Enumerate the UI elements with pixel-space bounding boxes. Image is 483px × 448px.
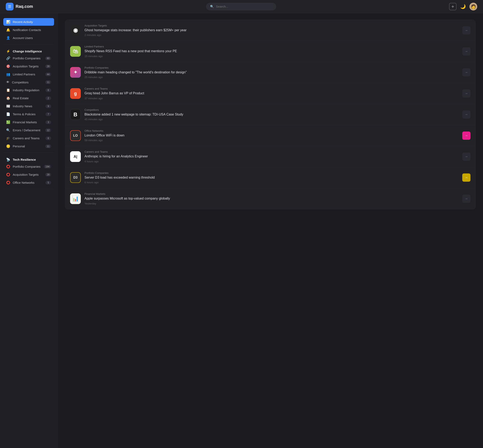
activity-item-item-2[interactable]: 🛍 Limited Partners Shopify News RSS Feed… [65,41,475,62]
icon-limited-partners: 👥 [6,72,10,76]
arrow-btn-item-3[interactable]: → [462,68,470,76]
item-content-item-8: Portfolio Companies Server D3 load has e… [84,171,459,184]
badge-industry-regulation: 6 [45,88,51,92]
item-title-item-5: Blackstone added 1 new webpage to sitema… [84,112,459,117]
activity-item-item-1[interactable]: ◉ Acquisition Targets Ghost homepage sta… [65,20,475,41]
label-portfolio-companies-2: Portfolio Companies [13,165,41,168]
badge-office-networks: 5 [45,181,51,184]
item-logo-item-1: ◉ [70,25,81,36]
label-terms-policies: Terms & Policies [13,112,43,116]
sidebar-sections: ⚡ Change Intelligence 🔗 Portfolio Compan… [3,47,54,189]
item-content-item-1: Acquisition Targets Ghost homepage stats… [84,24,459,37]
badge-personal: 11 [45,144,51,148]
sidebar-item-errors-defacement[interactable]: 🔍 Errors / Defacement 12 [3,126,54,134]
activity-item-item-4[interactable]: g Careers and Teams Groq hired John Barr… [65,83,475,104]
item-time-item-8: 6 hours ago [84,181,459,184]
arrow-btn-item-2[interactable]: → [462,47,470,56]
section-icon-change-intelligence: ⚡ [6,49,10,53]
item-logo-item-6: LO [70,130,81,141]
arrow-btn-item-9[interactable]: → [462,195,470,203]
sidebar-item-competitors[interactable]: 👁 Competitors 11 [3,79,54,86]
badge-competitors: 11 [45,80,51,84]
item-title-item-1: Ghost homepage stats increase: their pub… [84,28,459,32]
sidebar-item-portfolio-companies-2[interactable]: ⭕ Portfolio Companies 194 [3,163,54,170]
item-title-item-7: Anthropic is hiring for an Analytics Eng… [84,154,459,159]
label-real-estate: Real Estate [13,96,43,100]
sidebar-divider [3,44,54,44]
activity-item-item-3[interactable]: ✦ Portfolio Companies Dribbble main head… [65,62,475,83]
badge-acquisition-targets: 28 [45,64,51,68]
sidebar-item-personal[interactable]: 🪙 Personal 11 [3,142,54,150]
sidebar-item-acquisition-targets[interactable]: 🎯 Acquisition Targets 28 [3,63,54,70]
dark-mode-button[interactable]: 🌙 [460,4,466,9]
sidebar-item-industry-news[interactable]: 📰 Industry News 9 [3,102,54,110]
sidebar-top: 📊 Recent Activity 🔔 Notification Contact… [3,18,54,42]
sidebar-item-real-estate[interactable]: 🏠 Real Estate 2 [3,94,54,102]
sidebar-item-account-users[interactable]: 👤 Account Users [3,34,54,42]
badge-portfolio-companies-2: 194 [44,165,51,168]
header-actions: + 🌙 🧑 [449,3,477,10]
arrow-btn-item-1[interactable]: → [462,26,470,34]
sidebar-item-careers-teams[interactable]: 🎓 Careers and Teams 6 [3,134,54,142]
sidebar-item-recent-activity[interactable]: 📊 Recent Activity [3,18,54,26]
item-time-item-7: 4 hours ago [84,160,459,163]
icon-personal: 🪙 [6,144,10,148]
add-button[interactable]: + [449,3,457,10]
item-content-item-5: Competitors Blackstone added 1 new webpa… [84,108,459,121]
sidebar-item-acquisition-targets-2[interactable]: ⭕ Acquisition Targets 28 [3,171,54,178]
label-acquisition-targets: Acquisition Targets [13,64,43,68]
item-logo-item-2: 🛍 [70,46,81,57]
icon-industry-news: 📰 [6,104,10,108]
sidebar-item-office-networks[interactable]: ⭕ Office Networks 5 [3,179,54,186]
item-time-item-5: 45 minutes ago [84,118,459,121]
arrow-btn-item-7[interactable]: → [462,152,470,161]
sidebar-item-limited-partners[interactable]: 👥 Limited Partners 44 [3,71,54,78]
sidebar-item-portfolio-companies[interactable]: 🔗 Portfolio Companies 80 [3,55,54,62]
item-content-item-2: Limited Partners Shopify News RSS Feed h… [84,45,459,57]
arrow-btn-item-8[interactable]: → [462,173,470,182]
item-logo-item-5: B [70,109,81,120]
avatar[interactable]: 🧑 [469,3,477,10]
section-title-tech-resilience: Tech Resilience [13,158,36,161]
item-category-item-9: Financial Markets [84,192,459,195]
item-category-item-6: Office Networks [84,129,459,132]
activity-item-item-9[interactable]: 📊 Financial Markets Apple surpasses Micr… [65,188,475,209]
item-time-item-9: Yesterday [84,202,459,205]
item-time-item-3: 25 minutes ago [84,76,459,79]
label-account-users: Account Users [13,36,51,40]
sidebar-item-industry-regulation[interactable]: 📋 Industry Regulation 6 [3,86,54,94]
arrow-btn-item-6[interactable]: → [462,132,470,140]
section-header-tech-resilience: 📡 Tech Resilience [3,155,54,163]
activity-list: ◉ Acquisition Targets Ghost homepage sta… [65,20,475,209]
icon-acquisition-targets-2: ⭕ [6,173,10,176]
item-title-item-2: Shopify News RSS Feed has a new post tha… [84,49,459,53]
activity-item-item-8[interactable]: D3 Portfolio Companies Server D3 load ha… [65,167,475,188]
sidebar-item-notification-contacts[interactable]: 🔔 Notification Contacts [3,26,54,34]
section-header-change-intelligence: ⚡ Change Intelligence [3,47,54,55]
label-portfolio-companies: Portfolio Companies [13,56,43,60]
item-category-item-3: Portfolio Companies [84,66,459,69]
label-office-networks: Office Networks [13,181,43,184]
badge-terms-policies: 7 [45,112,51,116]
badge-industry-news: 9 [45,104,51,108]
icon-careers-teams: 🎓 [6,136,10,140]
layout: 📊 Recent Activity 🔔 Notification Contact… [0,13,483,448]
header: ☰ Raq.com 🔍 + 🌙 🧑 [0,0,483,13]
sidebar-item-terms-policies[interactable]: 📄 Terms & Policies 7 [3,110,54,118]
item-category-item-1: Acquisition Targets [84,24,459,27]
sidebar-item-financial-markets[interactable]: 💹 Financial Markets 3 [3,118,54,126]
arrow-btn-item-5[interactable]: → [462,110,470,119]
icon-portfolio-companies: 🔗 [6,56,10,60]
badge-careers-teams: 6 [45,136,51,140]
activity-item-item-6[interactable]: LO Office Networks London Office WiFi is… [65,125,475,146]
arrow-btn-item-4[interactable]: → [462,89,470,98]
activity-item-item-7[interactable]: A| Careers and Teams Anthropic is hiring… [65,146,475,167]
label-competitors: Competitors [12,80,43,84]
icon-notification-contacts: 🔔 [6,28,10,32]
search-input[interactable] [216,5,272,8]
logo-area: ☰ Raq.com [6,3,33,10]
activity-item-item-5[interactable]: B Competitors Blackstone added 1 new web… [65,104,475,125]
search-bar[interactable]: 🔍 [206,3,276,10]
icon-terms-policies: 📄 [6,112,10,116]
item-category-item-4: Careers and Teams [84,87,459,90]
